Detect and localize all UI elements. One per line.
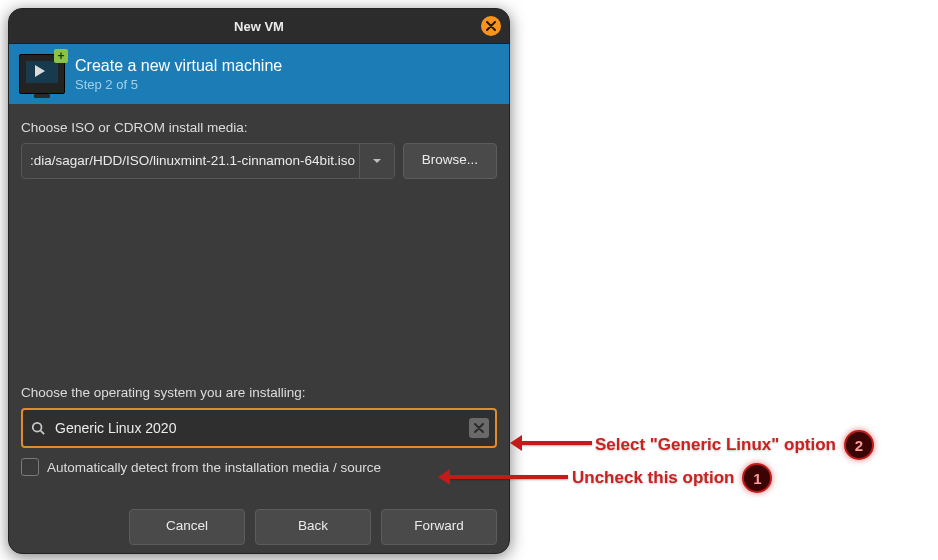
- dialog-footer: Cancel Back Forward: [9, 509, 509, 545]
- autodetect-checkbox[interactable]: [21, 458, 39, 476]
- annotation-arrow-2: [520, 441, 592, 445]
- browse-button[interactable]: Browse...: [403, 143, 497, 179]
- search-icon: [29, 419, 47, 437]
- os-label: Choose the operating system you are inst…: [21, 385, 497, 400]
- os-search-field[interactable]: [21, 408, 497, 448]
- banner-step: Step 2 of 5: [75, 77, 282, 92]
- vm-icon: [19, 54, 65, 94]
- banner-heading: Create a new virtual machine: [75, 57, 282, 75]
- cancel-button[interactable]: Cancel: [129, 509, 245, 545]
- annotation-2: Select "Generic Linux" option 2: [595, 430, 874, 460]
- annotation-arrow-1: [448, 475, 568, 479]
- media-label: Choose ISO or CDROM install media:: [21, 120, 497, 135]
- new-vm-dialog: New VM Create a new virtual machine Step…: [8, 8, 510, 554]
- chevron-down-icon: [371, 155, 383, 167]
- iso-path-combo[interactable]: :dia/sagar/HDD/ISO/linuxmint-21.1-cinnam…: [21, 143, 395, 179]
- annotation-badge-2: 2: [844, 430, 874, 460]
- os-search-input[interactable]: [53, 419, 469, 437]
- iso-dropdown-button[interactable]: [359, 144, 394, 178]
- titlebar: New VM: [9, 9, 509, 44]
- clear-icon: [474, 423, 484, 433]
- iso-path-text: :dia/sagar/HDD/ISO/linuxmint-21.1-cinnam…: [22, 144, 359, 178]
- svg-point-0: [33, 423, 42, 432]
- annotation-badge-1: 1: [742, 463, 772, 493]
- forward-button[interactable]: Forward: [381, 509, 497, 545]
- autodetect-label: Automatically detect from the installati…: [47, 460, 381, 475]
- window-title: New VM: [234, 19, 284, 34]
- annotation-1: Uncheck this option 1: [572, 463, 772, 493]
- back-button[interactable]: Back: [255, 509, 371, 545]
- close-icon: [486, 21, 496, 31]
- wizard-banner: Create a new virtual machine Step 2 of 5: [9, 44, 509, 104]
- close-button[interactable]: [481, 16, 501, 36]
- clear-search-button[interactable]: [469, 418, 489, 438]
